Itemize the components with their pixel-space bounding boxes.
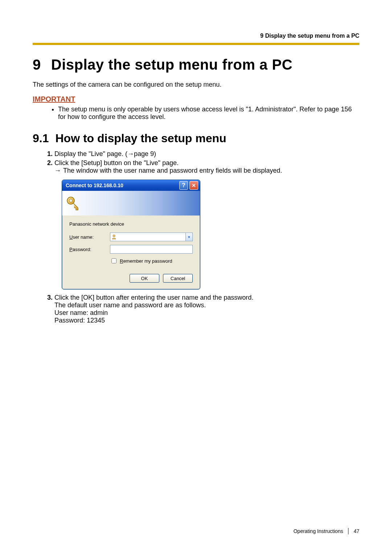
dialog-titlebar: Connect to 192.168.0.10 ? ✕ — [62, 180, 200, 191]
close-icon[interactable]: ✕ — [189, 181, 198, 190]
page-footer: Operating Instructions 47 — [293, 528, 359, 534]
step-2-sub: →The window with the user name and passw… — [54, 167, 359, 175]
step-3: Click the [OK] button after entering the… — [54, 294, 359, 324]
user-icon — [110, 233, 118, 241]
cancel-button[interactable]: Cancel — [163, 274, 193, 283]
important-label: IMPORTANT — [33, 95, 359, 103]
footer-doc: Operating Instructions — [293, 528, 343, 534]
header-rule — [33, 43, 359, 45]
page: 9 Display the setup menu from a PC 9Disp… — [0, 0, 392, 554]
step-2: Click the [Setup] button on the "Live" p… — [54, 159, 359, 290]
step-2-sub-text: The window with the user name and passwo… — [63, 167, 282, 174]
key-icon — [66, 196, 81, 211]
chapter-intro: The settings of the camera can be config… — [33, 81, 359, 89]
chevron-down-icon[interactable]: ▾ — [185, 233, 192, 241]
dialog-body: Panasonic network device User name: — [62, 216, 200, 289]
step-3-line4: Password: 12345 — [54, 317, 105, 324]
ok-button[interactable]: OK — [130, 274, 159, 283]
step-3-line1: Click the [OK] button after entering the… — [54, 294, 253, 301]
step-1: Display the "Live" page. (→page 9) — [54, 150, 359, 158]
username-field[interactable]: ▾ — [110, 233, 193, 241]
footer-page: 47 — [354, 528, 359, 534]
step-3-line2: The default user name and password are a… — [54, 301, 206, 309]
username-row: User name: ▾ — [69, 233, 193, 241]
chapter-heading: 9Display the setup menu from a PC — [33, 57, 359, 73]
auth-dialog: Connect to 192.168.0.10 ? ✕ — [62, 180, 200, 290]
section-heading: 9.1How to display the setup menu — [33, 132, 359, 145]
step-1-text: Display the "Live" page. (→page 9) — [54, 150, 156, 157]
step-2-text: Click the [Setup] button on the "Live" p… — [54, 159, 179, 167]
important-bullet: The setup menu is only operable by users… — [58, 106, 359, 121]
remember-label: Remember my password — [120, 258, 172, 264]
chapter-title: Display the setup menu from a PC — [51, 57, 293, 73]
device-name: Panasonic network device — [69, 221, 193, 227]
password-field[interactable] — [110, 245, 193, 254]
password-label: Password: — [69, 247, 110, 252]
dialog-banner — [62, 191, 200, 216]
arrow-icon: → — [54, 167, 61, 174]
password-row: Password: — [69, 245, 193, 254]
help-icon[interactable]: ? — [179, 181, 188, 190]
username-label: User name: — [69, 234, 110, 240]
svg-point-1 — [69, 199, 73, 202]
dialog-button-row: OK Cancel — [69, 274, 193, 283]
section-number: 9.1 — [33, 132, 49, 145]
running-header: 9 Display the setup menu from a PC — [33, 33, 359, 39]
steps-list: Display the "Live" page. (→page 9) Click… — [33, 150, 359, 324]
section-title: How to display the setup menu — [55, 132, 226, 145]
svg-point-2 — [113, 235, 115, 237]
remember-row: Remember my password — [110, 257, 193, 264]
remember-checkbox[interactable] — [111, 258, 117, 263]
dialog-title: Connect to 192.168.0.10 — [66, 182, 178, 188]
chapter-number: 9 — [33, 57, 41, 73]
footer-separator — [348, 528, 348, 534]
important-list: The setup menu is only operable by users… — [33, 106, 359, 121]
username-input[interactable] — [118, 233, 185, 241]
step-3-line3: User name: admin — [54, 309, 108, 316]
